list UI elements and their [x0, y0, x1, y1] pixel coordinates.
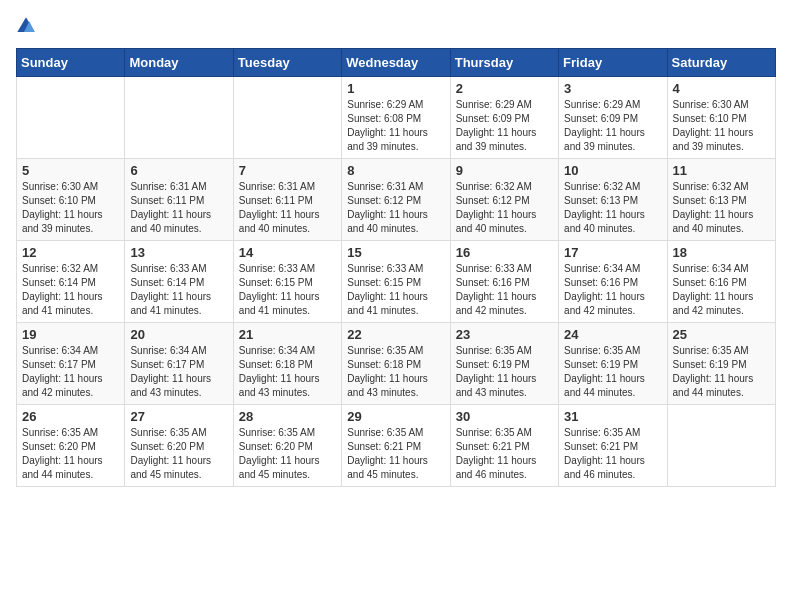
day-number: 1 — [347, 81, 444, 96]
day-number: 19 — [22, 327, 119, 342]
calendar-cell: 22Sunrise: 6:35 AM Sunset: 6:18 PM Dayli… — [342, 323, 450, 405]
day-info: Sunrise: 6:34 AM Sunset: 6:18 PM Dayligh… — [239, 344, 336, 400]
calendar-cell: 24Sunrise: 6:35 AM Sunset: 6:19 PM Dayli… — [559, 323, 667, 405]
weekday-header: Monday — [125, 49, 233, 77]
calendar-cell: 21Sunrise: 6:34 AM Sunset: 6:18 PM Dayli… — [233, 323, 341, 405]
day-number: 15 — [347, 245, 444, 260]
day-number: 23 — [456, 327, 553, 342]
day-info: Sunrise: 6:32 AM Sunset: 6:13 PM Dayligh… — [564, 180, 661, 236]
day-info: Sunrise: 6:35 AM Sunset: 6:21 PM Dayligh… — [347, 426, 444, 482]
day-info: Sunrise: 6:35 AM Sunset: 6:19 PM Dayligh… — [564, 344, 661, 400]
calendar-cell: 6Sunrise: 6:31 AM Sunset: 6:11 PM Daylig… — [125, 159, 233, 241]
weekday-header: Friday — [559, 49, 667, 77]
calendar-week-row: 12Sunrise: 6:32 AM Sunset: 6:14 PM Dayli… — [17, 241, 776, 323]
calendar-cell: 7Sunrise: 6:31 AM Sunset: 6:11 PM Daylig… — [233, 159, 341, 241]
day-number: 27 — [130, 409, 227, 424]
calendar-cell: 12Sunrise: 6:32 AM Sunset: 6:14 PM Dayli… — [17, 241, 125, 323]
calendar-cell — [667, 405, 775, 487]
day-number: 28 — [239, 409, 336, 424]
weekday-header: Tuesday — [233, 49, 341, 77]
day-number: 26 — [22, 409, 119, 424]
day-info: Sunrise: 6:32 AM Sunset: 6:14 PM Dayligh… — [22, 262, 119, 318]
weekday-header: Sunday — [17, 49, 125, 77]
calendar-cell: 18Sunrise: 6:34 AM Sunset: 6:16 PM Dayli… — [667, 241, 775, 323]
calendar-cell: 15Sunrise: 6:33 AM Sunset: 6:15 PM Dayli… — [342, 241, 450, 323]
calendar-week-row: 5Sunrise: 6:30 AM Sunset: 6:10 PM Daylig… — [17, 159, 776, 241]
day-info: Sunrise: 6:35 AM Sunset: 6:21 PM Dayligh… — [456, 426, 553, 482]
day-info: Sunrise: 6:35 AM Sunset: 6:18 PM Dayligh… — [347, 344, 444, 400]
day-number: 31 — [564, 409, 661, 424]
day-info: Sunrise: 6:34 AM Sunset: 6:16 PM Dayligh… — [564, 262, 661, 318]
calendar-cell: 28Sunrise: 6:35 AM Sunset: 6:20 PM Dayli… — [233, 405, 341, 487]
day-number: 24 — [564, 327, 661, 342]
day-number: 5 — [22, 163, 119, 178]
day-info: Sunrise: 6:34 AM Sunset: 6:17 PM Dayligh… — [130, 344, 227, 400]
calendar-cell: 30Sunrise: 6:35 AM Sunset: 6:21 PM Dayli… — [450, 405, 558, 487]
day-number: 10 — [564, 163, 661, 178]
day-info: Sunrise: 6:29 AM Sunset: 6:09 PM Dayligh… — [564, 98, 661, 154]
day-info: Sunrise: 6:35 AM Sunset: 6:20 PM Dayligh… — [239, 426, 336, 482]
day-number: 29 — [347, 409, 444, 424]
day-number: 17 — [564, 245, 661, 260]
day-number: 11 — [673, 163, 770, 178]
calendar-cell: 25Sunrise: 6:35 AM Sunset: 6:19 PM Dayli… — [667, 323, 775, 405]
calendar-table: SundayMondayTuesdayWednesdayThursdayFrid… — [16, 48, 776, 487]
calendar-cell: 20Sunrise: 6:34 AM Sunset: 6:17 PM Dayli… — [125, 323, 233, 405]
day-number: 3 — [564, 81, 661, 96]
day-number: 21 — [239, 327, 336, 342]
day-number: 2 — [456, 81, 553, 96]
calendar-cell: 11Sunrise: 6:32 AM Sunset: 6:13 PM Dayli… — [667, 159, 775, 241]
day-number: 18 — [673, 245, 770, 260]
day-number: 14 — [239, 245, 336, 260]
day-number: 9 — [456, 163, 553, 178]
page-header — [16, 16, 776, 36]
calendar-cell: 3Sunrise: 6:29 AM Sunset: 6:09 PM Daylig… — [559, 77, 667, 159]
calendar-cell: 14Sunrise: 6:33 AM Sunset: 6:15 PM Dayli… — [233, 241, 341, 323]
weekday-header-row: SundayMondayTuesdayWednesdayThursdayFrid… — [17, 49, 776, 77]
calendar-cell: 27Sunrise: 6:35 AM Sunset: 6:20 PM Dayli… — [125, 405, 233, 487]
day-info: Sunrise: 6:32 AM Sunset: 6:13 PM Dayligh… — [673, 180, 770, 236]
day-number: 30 — [456, 409, 553, 424]
day-info: Sunrise: 6:33 AM Sunset: 6:14 PM Dayligh… — [130, 262, 227, 318]
logo-icon — [16, 16, 36, 36]
day-number: 6 — [130, 163, 227, 178]
day-info: Sunrise: 6:32 AM Sunset: 6:12 PM Dayligh… — [456, 180, 553, 236]
day-info: Sunrise: 6:35 AM Sunset: 6:19 PM Dayligh… — [456, 344, 553, 400]
logo — [16, 16, 40, 36]
calendar-cell: 8Sunrise: 6:31 AM Sunset: 6:12 PM Daylig… — [342, 159, 450, 241]
calendar-cell: 2Sunrise: 6:29 AM Sunset: 6:09 PM Daylig… — [450, 77, 558, 159]
day-number: 12 — [22, 245, 119, 260]
day-number: 25 — [673, 327, 770, 342]
weekday-header: Thursday — [450, 49, 558, 77]
calendar-cell: 1Sunrise: 6:29 AM Sunset: 6:08 PM Daylig… — [342, 77, 450, 159]
day-info: Sunrise: 6:31 AM Sunset: 6:11 PM Dayligh… — [239, 180, 336, 236]
calendar-cell: 10Sunrise: 6:32 AM Sunset: 6:13 PM Dayli… — [559, 159, 667, 241]
calendar-cell: 9Sunrise: 6:32 AM Sunset: 6:12 PM Daylig… — [450, 159, 558, 241]
day-number: 7 — [239, 163, 336, 178]
day-number: 4 — [673, 81, 770, 96]
calendar-cell — [17, 77, 125, 159]
calendar-cell: 26Sunrise: 6:35 AM Sunset: 6:20 PM Dayli… — [17, 405, 125, 487]
day-info: Sunrise: 6:33 AM Sunset: 6:15 PM Dayligh… — [347, 262, 444, 318]
day-info: Sunrise: 6:34 AM Sunset: 6:16 PM Dayligh… — [673, 262, 770, 318]
day-info: Sunrise: 6:31 AM Sunset: 6:11 PM Dayligh… — [130, 180, 227, 236]
day-info: Sunrise: 6:34 AM Sunset: 6:17 PM Dayligh… — [22, 344, 119, 400]
day-info: Sunrise: 6:29 AM Sunset: 6:09 PM Dayligh… — [456, 98, 553, 154]
calendar-week-row: 19Sunrise: 6:34 AM Sunset: 6:17 PM Dayli… — [17, 323, 776, 405]
calendar-cell — [233, 77, 341, 159]
day-number: 8 — [347, 163, 444, 178]
day-info: Sunrise: 6:33 AM Sunset: 6:15 PM Dayligh… — [239, 262, 336, 318]
day-info: Sunrise: 6:30 AM Sunset: 6:10 PM Dayligh… — [22, 180, 119, 236]
day-info: Sunrise: 6:35 AM Sunset: 6:20 PM Dayligh… — [22, 426, 119, 482]
day-info: Sunrise: 6:35 AM Sunset: 6:21 PM Dayligh… — [564, 426, 661, 482]
calendar-cell: 17Sunrise: 6:34 AM Sunset: 6:16 PM Dayli… — [559, 241, 667, 323]
day-info: Sunrise: 6:31 AM Sunset: 6:12 PM Dayligh… — [347, 180, 444, 236]
calendar-week-row: 1Sunrise: 6:29 AM Sunset: 6:08 PM Daylig… — [17, 77, 776, 159]
day-info: Sunrise: 6:30 AM Sunset: 6:10 PM Dayligh… — [673, 98, 770, 154]
calendar-cell: 4Sunrise: 6:30 AM Sunset: 6:10 PM Daylig… — [667, 77, 775, 159]
day-info: Sunrise: 6:29 AM Sunset: 6:08 PM Dayligh… — [347, 98, 444, 154]
calendar-cell: 19Sunrise: 6:34 AM Sunset: 6:17 PM Dayli… — [17, 323, 125, 405]
calendar-cell: 31Sunrise: 6:35 AM Sunset: 6:21 PM Dayli… — [559, 405, 667, 487]
calendar-cell — [125, 77, 233, 159]
calendar-week-row: 26Sunrise: 6:35 AM Sunset: 6:20 PM Dayli… — [17, 405, 776, 487]
